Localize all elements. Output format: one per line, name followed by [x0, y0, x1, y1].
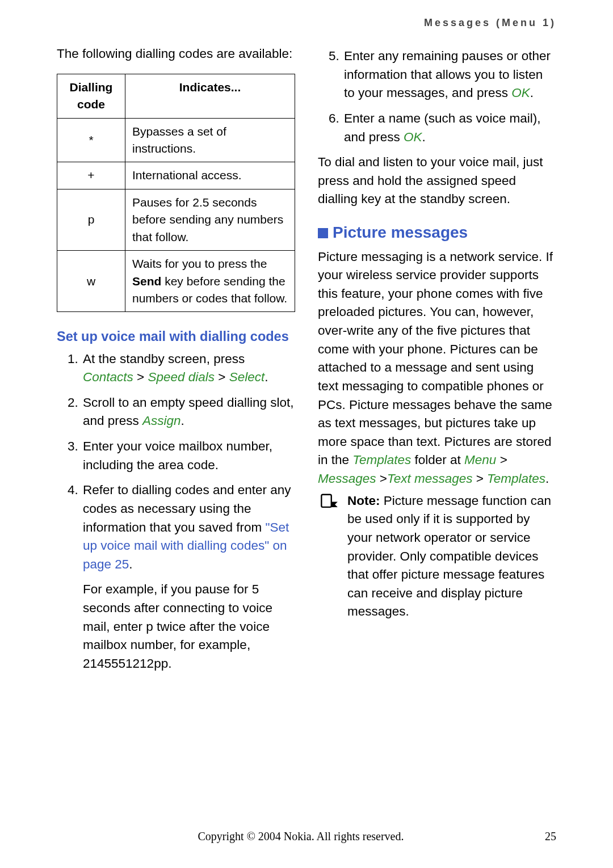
- code-cell: p: [57, 189, 125, 250]
- list-item: Refer to dialling codes and enter any co…: [82, 481, 295, 673]
- svg-rect-0: [321, 494, 331, 507]
- page-number: 25: [545, 830, 556, 843]
- desc-cell: International access.: [125, 162, 295, 189]
- copyright-text: Copyright © 2004 Nokia. All rights reser…: [57, 830, 545, 843]
- list-item: At the standby screen, press Contacts > …: [82, 350, 295, 387]
- left-column: The following dialling codes are availab…: [57, 45, 295, 680]
- paragraph: To dial and listen to your voice mail, j…: [318, 153, 556, 209]
- picture-messages-paragraph: Picture messaging is a network service. …: [318, 248, 556, 488]
- note-block: Note: Picture message function can be us…: [318, 492, 556, 621]
- subheading-voicemail: Set up voice mail with dialling codes: [57, 327, 295, 346]
- example-text: For example, if you pause for 5 seconds …: [83, 580, 295, 673]
- manual-page: Messages (Menu 1) The following dialling…: [0, 0, 613, 868]
- th-indicates: Indicates...: [125, 74, 295, 118]
- list-item: Enter any remaining pauses or other info…: [343, 47, 556, 103]
- desc-cell: Bypasses a set of instructions.: [125, 118, 295, 162]
- note-text: Note: Picture message function can be us…: [347, 492, 556, 621]
- code-cell: +: [57, 162, 125, 189]
- steps-list-left: At the standby screen, press Contacts > …: [57, 350, 295, 673]
- th-code: Dialling code: [57, 74, 125, 118]
- dialling-codes-table: Dialling code Indicates... * Bypasses a …: [57, 74, 295, 313]
- list-item: Enter your voice mailbox number, includi…: [82, 437, 295, 474]
- table-row: p Pauses for 2.5 seconds before sending …: [57, 189, 295, 250]
- note-icon: [318, 492, 341, 621]
- table-row: * Bypasses a set of instructions.: [57, 118, 295, 162]
- code-cell: w: [57, 251, 125, 312]
- page-header: Messages (Menu 1): [57, 17, 556, 29]
- right-column: Enter any remaining pauses or other info…: [318, 45, 556, 680]
- desc-cell: Pauses for 2.5 seconds before sending an…: [125, 189, 295, 250]
- table-row: w Waits for you to press the Send key be…: [57, 251, 295, 312]
- table-row: + International access.: [57, 162, 295, 189]
- desc-cell: Waits for you to press the Send key befo…: [125, 251, 295, 312]
- page-footer: Copyright © 2004 Nokia. All rights reser…: [57, 830, 556, 843]
- list-item: Enter a name (such as voice mail), and p…: [343, 109, 556, 146]
- section-heading-picture-messages: Picture messages: [318, 221, 556, 245]
- steps-list-right: Enter any remaining pauses or other info…: [318, 47, 556, 146]
- square-bullet-icon: [318, 228, 328, 238]
- column-layout: The following dialling codes are availab…: [57, 45, 556, 680]
- list-item: Scroll to an empty speed dialling slot, …: [82, 394, 295, 431]
- code-cell: *: [57, 118, 125, 162]
- intro-text: The following dialling codes are availab…: [57, 45, 295, 64]
